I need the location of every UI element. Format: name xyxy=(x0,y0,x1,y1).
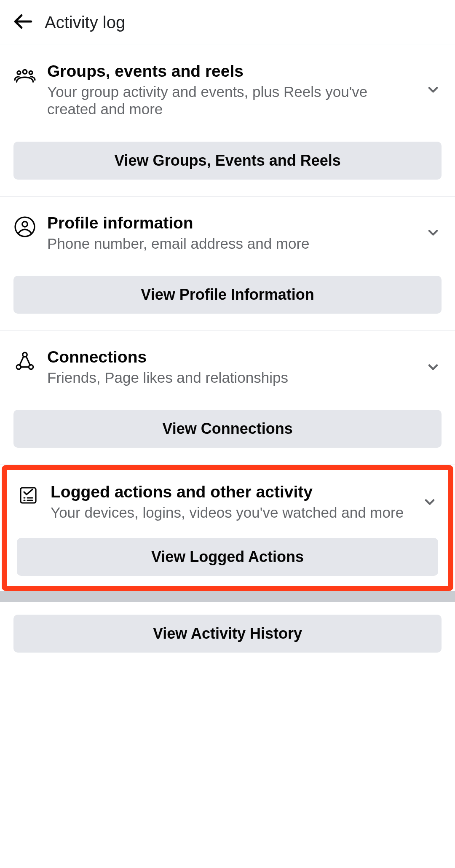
section-logged-actions: Logged actions and other activity Your d… xyxy=(7,470,448,586)
section-row[interactable]: Connections Friends, Page likes and rela… xyxy=(13,348,442,386)
divider-bar xyxy=(0,591,455,602)
section-text: Connections Friends, Page likes and rela… xyxy=(47,348,414,386)
section-row[interactable]: Groups, events and reels Your group acti… xyxy=(13,62,442,118)
header: Activity log xyxy=(0,0,455,45)
checklist-icon xyxy=(17,483,40,505)
people-icon xyxy=(13,62,36,86)
section-text: Logged actions and other activity Your d… xyxy=(51,483,410,521)
chevron-down-icon xyxy=(425,82,442,97)
section-subtitle: Your devices, logins, videos you've watc… xyxy=(51,504,410,521)
section-title: Profile information xyxy=(47,214,414,232)
view-profile-information-button[interactable]: View Profile Information xyxy=(13,276,442,314)
person-circle-icon xyxy=(13,214,36,237)
svg-line-10 xyxy=(26,356,30,365)
section-subtitle: Friends, Page likes and relationships xyxy=(47,369,414,386)
section-title: Connections xyxy=(47,348,414,366)
section-subtitle: Phone number, email address and more xyxy=(47,235,414,252)
svg-point-1 xyxy=(23,70,27,74)
section-text: Groups, events and reels Your group acti… xyxy=(47,62,414,118)
section-title: Logged actions and other activity xyxy=(51,483,410,501)
section-title: Groups, events and reels xyxy=(47,62,414,81)
back-icon[interactable] xyxy=(13,11,34,34)
svg-point-3 xyxy=(29,71,32,75)
bottom-area: View Activity History xyxy=(0,602,455,665)
section-row[interactable]: Logged actions and other activity Your d… xyxy=(17,483,438,521)
connections-icon xyxy=(13,348,36,371)
view-connections-button[interactable]: View Connections xyxy=(13,410,442,448)
page-title: Activity log xyxy=(45,13,125,32)
chevron-down-icon xyxy=(421,494,438,510)
chevron-down-icon xyxy=(425,360,442,375)
chevron-down-icon xyxy=(425,225,442,240)
section-text: Profile information Phone number, email … xyxy=(47,214,414,252)
section-subtitle: Your group activity and events, plus Ree… xyxy=(47,83,414,118)
svg-point-2 xyxy=(17,71,21,75)
view-activity-history-button[interactable]: View Activity History xyxy=(13,615,442,653)
svg-line-9 xyxy=(20,356,24,365)
section-groups-events-reels: Groups, events and reels Your group acti… xyxy=(0,45,455,197)
section-connections: Connections Friends, Page likes and rela… xyxy=(0,331,455,465)
view-logged-actions-button[interactable]: View Logged Actions xyxy=(17,538,438,576)
section-profile-information: Profile information Phone number, email … xyxy=(0,197,455,331)
section-row[interactable]: Profile information Phone number, email … xyxy=(13,214,442,252)
view-groups-events-reels-button[interactable]: View Groups, Events and Reels xyxy=(13,142,442,180)
svg-point-5 xyxy=(22,221,28,227)
highlighted-section: Logged actions and other activity Your d… xyxy=(2,465,453,591)
